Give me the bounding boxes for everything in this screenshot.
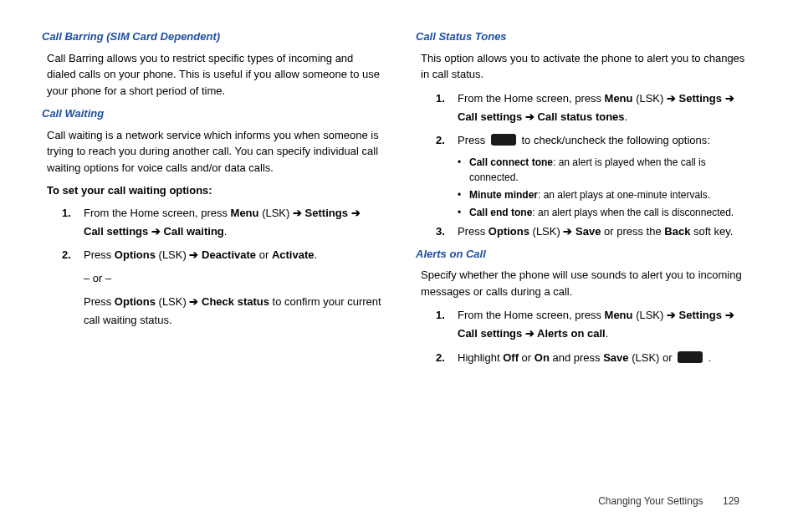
arrow-icon: ➔ <box>667 92 676 105</box>
heading-call-barring: Call Barring (SIM Card Dependent) <box>42 28 382 45</box>
bold-text: Options <box>115 248 156 261</box>
text: (LSK) <box>156 248 189 261</box>
step-number: 3. <box>436 223 458 241</box>
step-3: 3. Press Options (LSK) ➔ Save or press t… <box>436 223 756 241</box>
bold-text: Call settings <box>458 110 525 123</box>
step-number: 1. <box>62 204 84 241</box>
bold-text: Settings <box>676 92 725 105</box>
arrow-icon: ➔ <box>151 225 161 238</box>
bold-text: Back <box>664 225 690 238</box>
arrow-icon: ➔ <box>189 248 198 261</box>
ok-key-icon <box>678 351 703 363</box>
step-text: From the Home screen, press Menu (LSK) ➔… <box>84 204 382 241</box>
bold-text: Save <box>572 225 601 238</box>
heading-alerts-on-call: Alerts on Call <box>416 246 756 263</box>
step-text: From the Home screen, press Menu (LSK) ➔… <box>458 306 756 343</box>
step-text: Press to check/uncheck the following opt… <box>458 131 756 150</box>
left-column: Call Barring (SIM Card Dependent) Call B… <box>42 25 382 372</box>
bold-text: Deactivate <box>198 248 256 261</box>
bold-text: Call status tones <box>535 110 625 123</box>
arrow-icon: ➔ <box>725 309 734 321</box>
arrow-icon: ➔ <box>725 92 734 105</box>
text: : an alert plays when the call is discon… <box>532 207 734 218</box>
text: soft key. <box>690 225 733 238</box>
text: or press the <box>601 225 664 238</box>
paragraph: Specify whether the phone will use sound… <box>421 267 756 299</box>
text: Press <box>84 295 115 308</box>
step-text: Press Options (LSK) ➔ Deactivate or Acti… <box>84 246 382 264</box>
arrow-icon: ➔ <box>525 327 535 340</box>
bold-text: Activate <box>272 248 315 261</box>
text: (LSK) or <box>629 351 676 364</box>
text: Highlight <box>458 351 503 364</box>
bold-text: Check status <box>198 295 269 308</box>
sub-heading: To set your call waiting options: <box>47 182 382 199</box>
step-number: 2. <box>436 349 458 367</box>
step-text: Highlight Off or On and press Save (LSK)… <box>458 349 756 367</box>
two-column-layout: Call Barring (SIM Card Dependent) Call B… <box>42 25 756 372</box>
text: . <box>705 351 711 364</box>
heading-call-waiting: Call Waiting <box>42 105 382 122</box>
footer-section-title: Changing Your Settings <box>598 495 703 507</box>
bold-text: Call settings <box>84 225 151 238</box>
step-1: 1. From the Home screen, press Menu (LSK… <box>436 90 756 126</box>
text: (LSK) <box>156 295 189 308</box>
paragraph: Call waiting is a network service which … <box>47 127 382 176</box>
bold-text: Menu <box>605 92 633 105</box>
bullet-text: Minute minder: an alert plays at one-min… <box>469 187 710 202</box>
arrow-icon: ➔ <box>293 207 302 219</box>
arrow-icon: ➔ <box>189 295 198 308</box>
page-number: 129 <box>723 495 739 507</box>
bullet-marker: • <box>458 187 469 202</box>
paragraph: This option allows you to activate the p… <box>421 50 756 83</box>
bullet-item: • Call end tone: an alert plays when the… <box>458 205 756 220</box>
text: or <box>256 248 272 261</box>
bold-text: Options <box>489 225 529 238</box>
bold-text: Call end tone <box>469 207 532 218</box>
text: . <box>224 225 228 238</box>
bold-text: Minute minder <box>469 189 538 201</box>
text: (LSK) <box>529 225 563 238</box>
heading-call-status-tones: Call Status Tones <box>416 28 756 45</box>
text: : an alert plays at one-minute intervals… <box>538 189 710 201</box>
page-footer: Changing Your Settings 129 <box>598 494 739 509</box>
text: to check/uncheck the following options: <box>519 134 710 146</box>
text: (LSK) <box>633 309 667 321</box>
text: . <box>606 327 609 340</box>
step-1: 1. From the Home screen, press Menu (LSK… <box>62 204 382 241</box>
bold-text: Alerts on call <box>535 327 606 340</box>
bold-text: Call settings <box>458 327 525 340</box>
text: Press <box>458 134 489 146</box>
ok-key-icon <box>491 134 516 146</box>
bold-text: Menu <box>231 207 259 219</box>
bold-text: Settings <box>302 207 351 219</box>
bullet-text: Call end tone: an alert plays when the c… <box>469 205 734 220</box>
bullet-marker: • <box>458 205 469 220</box>
step-text: Press Options (LSK) ➔ Save or press the … <box>458 223 756 241</box>
text: Press <box>84 248 115 261</box>
step-continuation: – or – <box>84 269 382 288</box>
bullet-text: Call connect tone: an alert is played wh… <box>469 155 756 185</box>
text: From the Home screen, press <box>458 309 605 321</box>
bullet-item: • Minute minder: an alert plays at one-m… <box>458 187 756 202</box>
arrow-icon: ➔ <box>667 309 676 321</box>
bold-text: Settings <box>676 309 725 321</box>
text: Press <box>458 225 489 238</box>
step-number: 2. <box>62 246 84 264</box>
bold-text: Off <box>503 351 519 364</box>
text: From the Home screen, press <box>458 92 605 105</box>
arrow-icon: ➔ <box>563 225 572 238</box>
bold-text: On <box>535 351 550 364</box>
bold-text: Options <box>115 295 156 308</box>
text: . <box>314 248 317 261</box>
step-2: 2. Press to check/uncheck the following … <box>436 131 756 150</box>
right-column: Call Status Tones This option allows you… <box>416 25 756 372</box>
text: or <box>519 351 535 364</box>
bold-text: Save <box>603 351 628 364</box>
step-text: From the Home screen, press Menu (LSK) ➔… <box>458 90 756 126</box>
text: (LSK) <box>259 207 293 219</box>
bullet-item: • Call connect tone: an alert is played … <box>458 155 756 185</box>
step-number: 2. <box>436 131 458 150</box>
bold-text: Call waiting <box>161 225 224 238</box>
step-2: 2. Press Options (LSK) ➔ Deactivate or A… <box>62 246 382 264</box>
